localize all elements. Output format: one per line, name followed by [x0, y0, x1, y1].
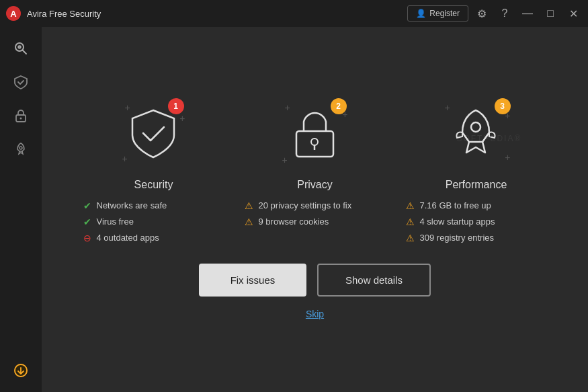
warn-icon: ⚠ — [245, 217, 253, 227]
plus-deco: + — [179, 113, 185, 124]
sidebar-item-privacy[interactable] — [6, 101, 36, 130]
svg-point-8 — [20, 118, 22, 120]
warn-icon: ⚠ — [406, 217, 415, 227]
block-icon: ⊖ — [83, 233, 91, 243]
security-item-2: ⊖ 4 outdated apps — [83, 233, 224, 243]
security-item-1: ✔ Virus free — [83, 217, 224, 227]
update-icon — [13, 363, 28, 378]
search-icon — [13, 41, 28, 56]
performance-item-0: ⚠ 7.16 GB to free up — [406, 200, 547, 211]
sidebar-item-security[interactable] — [6, 67, 36, 97]
svg-rect-12 — [296, 131, 333, 157]
minimize-button[interactable]: — — [518, 4, 537, 23]
maximize-button[interactable]: □ — [541, 4, 560, 23]
plus-deco: + — [122, 153, 128, 164]
security-shield-icon — [128, 107, 179, 161]
plus-deco: + — [282, 155, 288, 165]
cards-container: SOFTPEDIA® + + + 1 — [62, 100, 568, 264]
app-body: SOFTPEDIA® + + + 1 — [0, 27, 588, 392]
security-card: + + + 1 Security ✔ — [83, 97, 224, 243]
check-icon: ✔ — [83, 200, 91, 211]
title-bar: A Avira Free Security 👤 Register ⚙ ? — □… — [0, 0, 588, 27]
warn-icon: ⚠ — [406, 200, 415, 211]
lock-icon — [13, 108, 28, 123]
warn-icon: ⚠ — [245, 200, 253, 211]
performance-items: ⚠ 7.16 GB to free up ⚠ 4 slow startup ap… — [406, 200, 547, 243]
svg-point-9 — [19, 147, 22, 149]
performance-rocket-icon — [454, 107, 498, 161]
help-button[interactable]: ? — [495, 4, 514, 23]
performance-item-2: ⚠ 309 registry entries — [406, 233, 547, 243]
close-button[interactable]: ✕ — [564, 4, 583, 23]
security-title: Security — [134, 179, 173, 191]
svg-line-3 — [23, 50, 27, 54]
privacy-card: + + + 2 Privacy — [245, 97, 386, 243]
performance-item-1: ⚠ 4 slow startup apps — [406, 217, 547, 227]
security-item-0: ✔ Networks are safe — [83, 200, 224, 211]
skip-link[interactable]: Skip — [306, 309, 324, 319]
svg-text:A: A — [10, 9, 17, 19]
rocket-icon — [13, 142, 28, 157]
register-button[interactable]: 👤 Register — [407, 5, 468, 22]
show-details-button[interactable]: Show details — [317, 264, 431, 297]
privacy-title: Privacy — [297, 179, 332, 191]
sidebar-item-search[interactable] — [6, 34, 36, 63]
security-items: ✔ Networks are safe ✔ Virus free ⊖ 4 out… — [83, 200, 224, 243]
performance-card: + + + 3 SOFTPEDIA® — [406, 97, 547, 243]
plus-deco: + — [125, 102, 130, 113]
security-icon-wrap: + + + 1 — [117, 97, 191, 171]
sidebar-item-update[interactable] — [6, 356, 36, 385]
user-icon: 👤 — [416, 9, 426, 18]
settings-button[interactable]: ⚙ — [472, 4, 491, 23]
svg-point-15 — [471, 122, 480, 132]
privacy-lock-icon — [293, 107, 337, 161]
plus-deco: + — [285, 102, 290, 113]
cards-row: + + + 1 Security ✔ — [83, 97, 547, 243]
privacy-item-1: ⚠ 9 browser cookies — [245, 217, 386, 227]
shield-icon — [13, 75, 28, 89]
privacy-items: ⚠ 20 privacy settings to fix ⚠ 9 browser… — [245, 200, 386, 227]
privacy-icon-wrap: + + + 2 — [278, 97, 352, 171]
plus-deco: + — [445, 102, 450, 113]
privacy-badge: 2 — [331, 98, 347, 114]
window-controls: 👤 Register ⚙ ? — □ ✕ — [407, 4, 583, 23]
fix-issues-button[interactable]: Fix issues — [199, 264, 306, 297]
security-badge: 1 — [168, 98, 184, 114]
app-title: Avira Free Security — [27, 9, 407, 19]
svg-point-13 — [311, 139, 318, 145]
performance-title: Performance — [446, 179, 507, 191]
performance-badge: 3 — [495, 98, 511, 114]
plus-deco: + — [505, 152, 510, 163]
main-content: SOFTPEDIA® + + + 1 — [42, 27, 588, 392]
app-logo: A — [5, 5, 22, 22]
buttons-row: Fix issues Show details — [199, 264, 431, 297]
warn-icon: ⚠ — [406, 233, 415, 243]
performance-icon-wrap: + + + 3 — [439, 97, 513, 171]
privacy-item-0: ⚠ 20 privacy settings to fix — [245, 200, 386, 211]
sidebar — [0, 27, 42, 392]
check-icon: ✔ — [83, 217, 91, 227]
sidebar-item-performance[interactable] — [6, 134, 36, 164]
